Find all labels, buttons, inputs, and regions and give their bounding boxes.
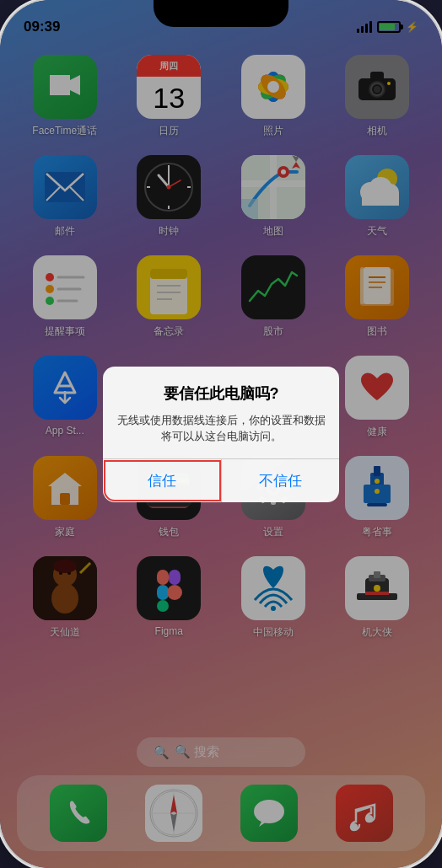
dialog-buttons: 信任 不信任 bbox=[103, 458, 339, 502]
dialog-message: 无线或使用数据线连接后，你的设置和数据将可以从这台电脑访问。 bbox=[116, 412, 326, 445]
dialog-title: 要信任此电脑吗? bbox=[116, 383, 326, 404]
phone-screen: 09:39 ⚡ Fa bbox=[0, 0, 442, 868]
trust-button[interactable]: 信任 bbox=[103, 459, 222, 502]
trust-dialog: 要信任此电脑吗? 无线或使用数据线连接后，你的设置和数据将可以从这台电脑访问。 … bbox=[103, 367, 339, 502]
phone-frame: 09:39 ⚡ Fa bbox=[0, 0, 442, 868]
dont-trust-button[interactable]: 不信任 bbox=[222, 459, 340, 502]
dialog-overlay: 要信任此电脑吗? 无线或使用数据线连接后，你的设置和数据将可以从这台电脑访问。 … bbox=[0, 0, 442, 868]
